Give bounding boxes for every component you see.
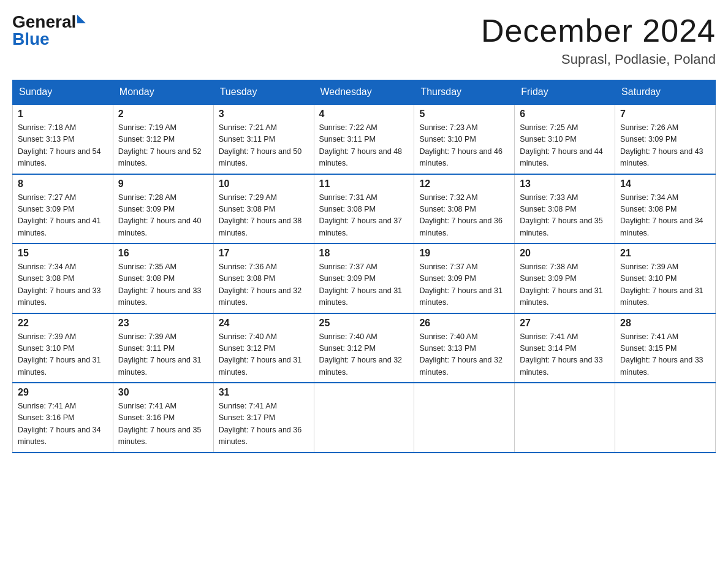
day-number: 24 [219,318,309,329]
day-number: 30 [118,387,208,398]
day-info: Sunrise: 7:27 AM Sunset: 3:09 PM Dayligh… [18,192,108,240]
day-number: 20 [520,248,610,259]
calendar-day-header: Friday [515,80,615,105]
logo: General Blue [12,12,86,49]
calendar-cell: 10 Sunrise: 7:29 AM Sunset: 3:08 PM Dayl… [213,174,314,244]
day-number: 21 [620,248,710,259]
calendar-cell: 13 Sunrise: 7:33 AM Sunset: 3:08 PM Dayl… [515,174,615,244]
calendar-cell: 28 Sunrise: 7:41 AM Sunset: 3:15 PM Dayl… [615,313,716,383]
calendar-day-header: Wednesday [314,80,414,105]
calendar-cell: 25 Sunrise: 7:40 AM Sunset: 3:12 PM Dayl… [314,313,414,383]
day-info: Sunrise: 7:23 AM Sunset: 3:10 PM Dayligh… [419,122,509,170]
calendar-cell: 1 Sunrise: 7:18 AM Sunset: 3:13 PM Dayli… [13,104,113,174]
calendar-day-header: Monday [113,80,213,105]
day-number: 18 [319,248,409,259]
day-info: Sunrise: 7:39 AM Sunset: 3:10 PM Dayligh… [18,331,108,379]
day-info: Sunrise: 7:40 AM Sunset: 3:12 PM Dayligh… [319,331,409,379]
day-info: Sunrise: 7:40 AM Sunset: 3:12 PM Dayligh… [219,331,309,379]
calendar-cell: 5 Sunrise: 7:23 AM Sunset: 3:10 PM Dayli… [414,104,515,174]
logo-blue-text: Blue [12,29,86,49]
day-info: Sunrise: 7:29 AM Sunset: 3:08 PM Dayligh… [219,192,309,240]
calendar-week-row: 22 Sunrise: 7:39 AM Sunset: 3:10 PM Dayl… [13,313,716,383]
title-block: December 2024 Suprasl, Podlasie, Poland [481,12,716,67]
day-info: Sunrise: 7:39 AM Sunset: 3:10 PM Dayligh… [620,261,710,309]
day-number: 14 [620,178,710,190]
calendar-cell: 27 Sunrise: 7:41 AM Sunset: 3:14 PM Dayl… [515,313,615,383]
calendar-cell: 22 Sunrise: 7:39 AM Sunset: 3:10 PM Dayl… [13,313,113,383]
day-number: 13 [520,178,610,190]
calendar-week-row: 15 Sunrise: 7:34 AM Sunset: 3:08 PM Dayl… [13,243,716,313]
calendar-cell [515,383,615,453]
day-number: 3 [219,109,309,120]
day-number: 1 [18,109,108,120]
calendar-cell: 11 Sunrise: 7:31 AM Sunset: 3:08 PM Dayl… [314,174,414,244]
day-number: 28 [620,318,710,329]
day-number: 22 [18,318,108,329]
calendar-cell: 19 Sunrise: 7:37 AM Sunset: 3:09 PM Dayl… [414,243,515,313]
day-number: 23 [118,318,208,329]
logo-arrow-icon [77,15,86,23]
day-number: 15 [18,248,108,259]
day-number: 19 [419,248,509,259]
calendar-cell: 20 Sunrise: 7:38 AM Sunset: 3:09 PM Dayl… [515,243,615,313]
day-info: Sunrise: 7:34 AM Sunset: 3:08 PM Dayligh… [18,261,108,309]
calendar-cell: 4 Sunrise: 7:22 AM Sunset: 3:11 PM Dayli… [314,104,414,174]
day-number: 31 [219,387,309,398]
calendar-header-row: SundayMondayTuesdayWednesdayThursdayFrid… [13,80,716,105]
day-info: Sunrise: 7:41 AM Sunset: 3:16 PM Dayligh… [18,400,108,448]
day-number: 2 [118,109,208,120]
calendar-cell: 3 Sunrise: 7:21 AM Sunset: 3:11 PM Dayli… [213,104,314,174]
calendar-cell: 12 Sunrise: 7:32 AM Sunset: 3:08 PM Dayl… [414,174,515,244]
calendar-week-row: 29 Sunrise: 7:41 AM Sunset: 3:16 PM Dayl… [13,383,716,453]
day-number: 8 [18,178,108,190]
day-number: 6 [520,109,610,120]
day-info: Sunrise: 7:19 AM Sunset: 3:12 PM Dayligh… [118,122,208,170]
day-info: Sunrise: 7:26 AM Sunset: 3:09 PM Dayligh… [620,122,710,170]
day-info: Sunrise: 7:41 AM Sunset: 3:14 PM Dayligh… [520,331,610,379]
calendar-week-row: 1 Sunrise: 7:18 AM Sunset: 3:13 PM Dayli… [13,104,716,174]
calendar-week-row: 8 Sunrise: 7:27 AM Sunset: 3:09 PM Dayli… [13,174,716,244]
day-number: 10 [219,178,309,190]
page-header: General Blue December 2024 Suprasl, Podl… [12,12,716,67]
calendar-cell: 6 Sunrise: 7:25 AM Sunset: 3:10 PM Dayli… [515,104,615,174]
location-subtitle: Suprasl, Podlasie, Poland [481,52,716,67]
day-info: Sunrise: 7:28 AM Sunset: 3:09 PM Dayligh… [118,192,208,240]
calendar-day-header: Thursday [414,80,515,105]
calendar-day-header: Saturday [615,80,716,105]
calendar-cell [615,383,716,453]
day-number: 4 [319,109,409,120]
day-info: Sunrise: 7:37 AM Sunset: 3:09 PM Dayligh… [319,261,409,309]
calendar-cell: 30 Sunrise: 7:41 AM Sunset: 3:16 PM Dayl… [113,383,213,453]
day-info: Sunrise: 7:18 AM Sunset: 3:13 PM Dayligh… [18,122,108,170]
calendar-cell: 17 Sunrise: 7:36 AM Sunset: 3:08 PM Dayl… [213,243,314,313]
day-info: Sunrise: 7:32 AM Sunset: 3:08 PM Dayligh… [419,192,509,240]
calendar-cell: 23 Sunrise: 7:39 AM Sunset: 3:11 PM Dayl… [113,313,213,383]
day-number: 26 [419,318,509,329]
day-info: Sunrise: 7:22 AM Sunset: 3:11 PM Dayligh… [319,122,409,170]
day-number: 9 [118,178,208,190]
day-info: Sunrise: 7:21 AM Sunset: 3:11 PM Dayligh… [219,122,309,170]
day-info: Sunrise: 7:41 AM Sunset: 3:17 PM Dayligh… [219,400,309,448]
calendar-day-header: Tuesday [213,80,314,105]
day-number: 27 [520,318,610,329]
calendar-cell: 18 Sunrise: 7:37 AM Sunset: 3:09 PM Dayl… [314,243,414,313]
day-number: 16 [118,248,208,259]
day-info: Sunrise: 7:35 AM Sunset: 3:08 PM Dayligh… [118,261,208,309]
day-number: 11 [319,178,409,190]
calendar-cell: 26 Sunrise: 7:40 AM Sunset: 3:13 PM Dayl… [414,313,515,383]
day-info: Sunrise: 7:41 AM Sunset: 3:16 PM Dayligh… [118,400,208,448]
calendar-cell [314,383,414,453]
day-number: 17 [219,248,309,259]
day-number: 7 [620,109,710,120]
calendar-cell: 2 Sunrise: 7:19 AM Sunset: 3:12 PM Dayli… [113,104,213,174]
day-number: 25 [319,318,409,329]
day-number: 12 [419,178,509,190]
day-number: 5 [419,109,509,120]
calendar-table: SundayMondayTuesdayWednesdayThursdayFrid… [12,80,716,453]
day-info: Sunrise: 7:25 AM Sunset: 3:10 PM Dayligh… [520,122,610,170]
day-info: Sunrise: 7:39 AM Sunset: 3:11 PM Dayligh… [118,331,208,379]
calendar-cell: 9 Sunrise: 7:28 AM Sunset: 3:09 PM Dayli… [113,174,213,244]
day-info: Sunrise: 7:37 AM Sunset: 3:09 PM Dayligh… [419,261,509,309]
day-info: Sunrise: 7:40 AM Sunset: 3:13 PM Dayligh… [419,331,509,379]
day-info: Sunrise: 7:38 AM Sunset: 3:09 PM Dayligh… [520,261,610,309]
